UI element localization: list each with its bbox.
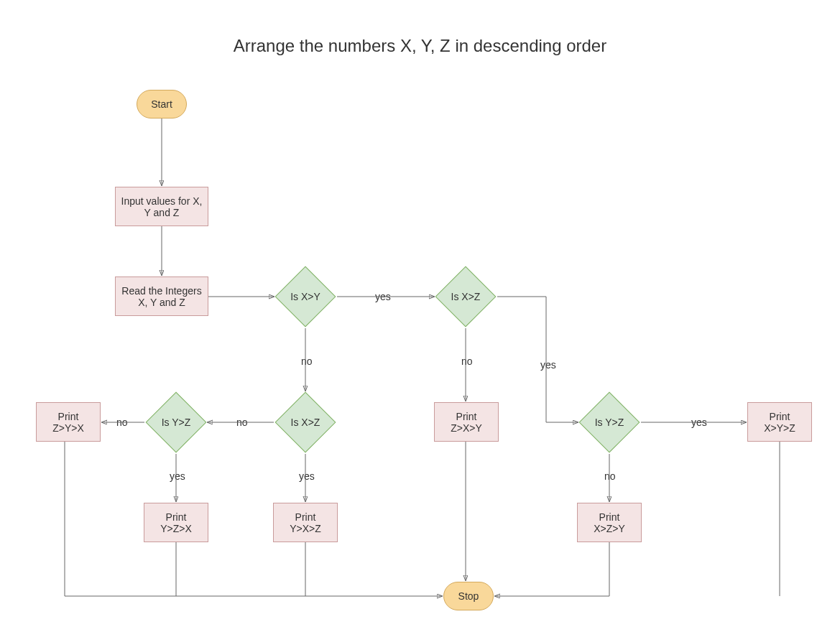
- decision-is-xy: Is X>Y: [284, 275, 327, 318]
- label-yz-left-no: no: [115, 417, 129, 428]
- label-xz-top-yes: yes: [539, 359, 558, 371]
- print-zxy: Print Z>X>Y: [434, 402, 499, 442]
- label-yz-right-no: no: [603, 470, 617, 482]
- print-yxz-label: Print Y>X>Z: [290, 511, 321, 534]
- is-yz-left-label: Is Y>Z: [146, 401, 206, 444]
- print-zxy-label: Print Z>X>Y: [451, 411, 482, 434]
- is-xz-mid-label: Is X>Z: [275, 401, 336, 444]
- label-yz-right-yes: yes: [690, 417, 709, 428]
- print-zyx: Print Z>Y>X: [36, 402, 101, 442]
- decision-is-yz-left: Is Y>Z: [154, 401, 198, 444]
- decision-is-yz-right: Is Y>Z: [588, 401, 631, 444]
- decision-is-xz-mid: Is X>Z: [284, 401, 327, 444]
- stop-node: Stop: [443, 582, 494, 610]
- stop-label: Stop: [458, 590, 479, 602]
- input-label: Input values for X, Y and Z: [116, 192, 208, 221]
- read-label: Read the Integers X, Y and Z: [116, 282, 208, 311]
- print-yxz: Print Y>X>Z: [273, 503, 338, 542]
- print-xzy: Print X>Z>Y: [577, 503, 642, 542]
- read-node: Read the Integers X, Y and Z: [115, 276, 208, 316]
- connectors: [0, 0, 840, 632]
- is-yz-right-label: Is Y>Z: [579, 401, 640, 444]
- diagram-title: Arrange the numbers X, Y, Z in descendin…: [0, 36, 840, 56]
- print-yzx-label: Print Y>Z>X: [160, 511, 192, 534]
- input-node: Input values for X, Y and Z: [115, 187, 208, 226]
- is-xz-top-label: Is X>Z: [435, 275, 496, 318]
- label-xz-mid-yes: yes: [297, 470, 316, 482]
- print-xyz: Print X>Y>Z: [747, 402, 812, 442]
- decision-is-xz-top: Is X>Z: [444, 275, 487, 318]
- print-zyx-label: Print Z>Y>X: [52, 411, 84, 434]
- label-xz-top-no: no: [460, 356, 474, 367]
- label-xy-no: no: [300, 356, 314, 367]
- is-xy-label: Is X>Y: [275, 275, 336, 318]
- start-node: Start: [137, 90, 187, 118]
- label-xy-yes: yes: [374, 291, 392, 302]
- label-xz-mid-no: no: [235, 417, 249, 428]
- start-label: Start: [151, 98, 172, 110]
- print-yzx: Print Y>Z>X: [144, 503, 208, 542]
- print-xzy-label: Print X>Z>Y: [594, 511, 625, 534]
- print-xyz-label: Print X>Y>Z: [764, 411, 795, 434]
- label-yz-left-yes: yes: [168, 470, 187, 482]
